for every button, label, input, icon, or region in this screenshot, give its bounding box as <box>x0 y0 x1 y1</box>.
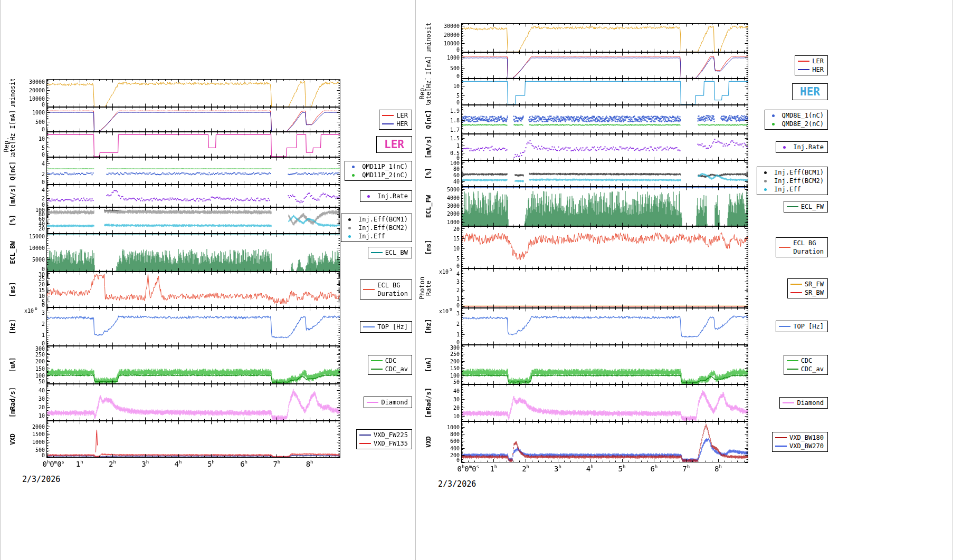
legend-eff: Inj.Eff(BCM1)Inj.Eff(BCM2)Inj.Eff <box>757 167 828 195</box>
legend-item-label: ECL_FW <box>801 202 824 211</box>
legend-line-marker-icon <box>787 360 798 361</box>
legend-line-marker-icon <box>779 247 790 248</box>
legend-item-label: CDC <box>801 356 813 365</box>
legend-line-marker-icon <box>775 446 787 447</box>
plot-eff <box>1 207 344 234</box>
legend-top: TOP [Hz] <box>776 321 828 332</box>
legend-dia: Diamond <box>364 397 412 408</box>
legend-inj: Inj.Rate <box>360 190 412 202</box>
legend-line-marker-icon <box>363 289 375 290</box>
plot-eff <box>417 160 752 187</box>
legend-dot-marker-icon <box>348 218 351 221</box>
legend-cdc: CDCCDC_av <box>368 355 412 375</box>
legend-line-marker-icon <box>367 402 378 403</box>
legend-item-label: QMD8E_2(nC) <box>782 120 824 128</box>
legend-dot-marker-icon <box>764 188 767 191</box>
legend-dia: Diamond <box>779 397 828 409</box>
legend-item-label: Inj.Rate <box>377 192 408 200</box>
plot-bg <box>1 272 344 307</box>
legend-item-label: TOP [Hz] <box>793 322 824 331</box>
legend-column-ler: LERHERLERQMD11P_1(nC)QMD11P_2(nC)Inj.Rat… <box>344 79 415 458</box>
plot-vxd <box>417 421 752 478</box>
legend-item-label: VXD_FW135 <box>374 439 408 448</box>
legend-item-label: Inj.Rate <box>793 143 824 151</box>
legend-item-label: CDC_av <box>385 365 408 373</box>
plot-cdc <box>1 346 344 384</box>
legend-line-marker-icon <box>382 123 394 124</box>
legend-item-label: Inj.Eff(BCM2) <box>358 224 408 232</box>
legend-item-label: LER <box>812 57 824 65</box>
legend-vxd: VXD_BW180VXD_BW270 <box>772 432 828 452</box>
plot-cdc <box>417 345 752 384</box>
legend-item-label: Inj.Eff(BCM1) <box>358 215 408 224</box>
legend-item-label: LER <box>396 111 408 120</box>
plots-column-ler: 2/3/2026 <box>1 79 344 484</box>
legend-item-label: Inj.Eff <box>358 232 385 240</box>
legend-item-label: TOP [Hz] <box>377 323 408 331</box>
plot-rep <box>1 132 344 157</box>
plots-column-her: 2/3/2026 <box>417 23 752 489</box>
legend-dot-marker-icon <box>352 174 355 177</box>
legend-item-label: QMD11P_1(nC) <box>362 162 408 171</box>
date-label: 2/3/2026 <box>438 479 752 489</box>
legend-item-label: Inj.Eff <box>774 185 801 194</box>
legend-vxd: VXD_FW225VXD_FW135 <box>356 429 412 449</box>
plot-q <box>1 157 344 185</box>
legend-item-label: CDC_av <box>801 365 824 373</box>
plot-imA <box>1 107 344 132</box>
legend-item-label: QMD11P_2(nC) <box>362 171 408 179</box>
legend-item-label: VXD_BW270 <box>789 442 824 450</box>
legend-line-marker-icon <box>371 252 383 253</box>
legend-item-label: ECL BG Duration <box>377 281 408 298</box>
panel-ler: 2/3/2026 LERHERLERQMD11P_1(nC)QMD11P_2(n… <box>1 0 415 484</box>
legend-imA: LERHER <box>795 55 828 75</box>
legend-rep: LER <box>376 136 412 153</box>
legend-dot-marker-icon <box>764 171 767 174</box>
legend-line-marker-icon <box>363 326 375 327</box>
legend-line-marker-icon <box>787 369 798 370</box>
legend-item-label: VXD_FW225 <box>374 431 408 439</box>
legend-item-label: QMD8E_1(nC) <box>782 111 824 120</box>
legend-inj: Inj.Rate <box>776 141 828 153</box>
legend-imA: LERHER <box>379 110 412 130</box>
plot-ecl <box>1 234 344 272</box>
legend-q: QMD8E_1(nC)QMD8E_2(nC) <box>765 110 828 130</box>
legend-line-marker-icon <box>790 292 802 293</box>
legend-ecl: ECL_FW <box>784 201 828 213</box>
plot-inj <box>1 185 344 207</box>
legend-eff: Inj.Eff(BCM1)Inj.Eff(BCM2)Inj.Eff <box>341 214 412 242</box>
legend-line-marker-icon <box>798 69 809 70</box>
legend-item-label: Diamond <box>797 399 824 407</box>
legend-dot-marker-icon <box>348 235 351 238</box>
plot-lumi <box>417 23 752 52</box>
left-edge-divider <box>0 0 1 560</box>
legend-dot-marker-icon <box>772 114 775 117</box>
legend-item-label: Inj.Eff(BCM1) <box>774 168 824 177</box>
legend-dot-marker-icon <box>772 123 775 125</box>
legend-item-label: Inj.Eff(BCM2) <box>774 177 824 185</box>
legend-line-marker-icon <box>382 115 394 116</box>
plot-dia <box>1 384 344 421</box>
plot-vxd <box>1 421 344 474</box>
plot-bg <box>417 226 752 268</box>
legend-rep: HER <box>792 83 828 100</box>
legend-line-marker-icon <box>371 369 383 370</box>
legend-line-marker-icon <box>787 206 798 207</box>
plot-inj <box>417 134 752 160</box>
legend-dot-marker-icon <box>764 180 767 182</box>
legend-bg: ECL BG Duration <box>776 237 828 257</box>
plot-dia <box>417 384 752 421</box>
legend-dot-marker-icon <box>367 195 370 198</box>
legend-item-label: HER <box>396 120 408 128</box>
plot-top <box>1 307 344 346</box>
legend-line-marker-icon <box>371 360 383 361</box>
panel-her: 2/3/2026 LERHERHERQMD8E_1(nC)QMD8E_2(nC)… <box>417 0 831 489</box>
date-label: 2/3/2026 <box>22 475 344 484</box>
legend-bg: ECL BG Duration <box>360 279 412 300</box>
legend-line-marker-icon <box>779 326 790 327</box>
legend-photon: SR_FWSR_BW <box>787 278 828 298</box>
legend-item-label: VXD_BW180 <box>789 433 824 442</box>
legend-ecl: ECL_BW <box>368 247 412 258</box>
legend-item-label: Diamond <box>381 398 408 407</box>
legend-dot-marker-icon <box>783 146 786 149</box>
